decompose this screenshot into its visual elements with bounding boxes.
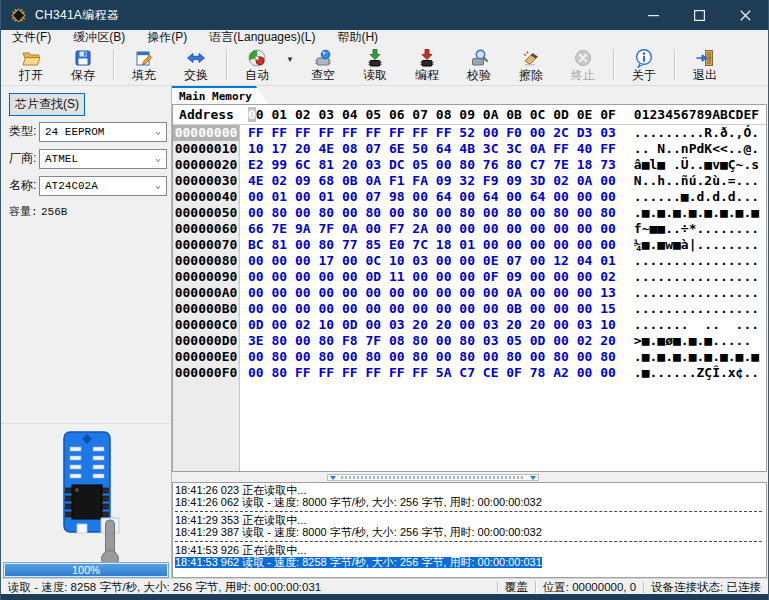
hex-row-ascii: ......■.d.d.d...: [634, 189, 759, 205]
hex-row-address: 00000050: [173, 205, 240, 221]
auto-dropdown-arrow[interactable]: ▼: [283, 46, 297, 84]
hex-row-address: 000000C0: [173, 317, 240, 333]
menu-file[interactable]: 文件(F): [1, 30, 62, 45]
hex-row-bytes[interactable]: 3E 80 00 80 F8 7F 08 80 00 80 03 05 0D 0…: [248, 333, 616, 349]
hex-row[interactable]: 000000D03E 80 00 80 F8 7F 08 80 00 80 03…: [173, 333, 766, 349]
splitter-handle[interactable]: [327, 474, 539, 481]
menu-language[interactable]: 语言(Languages)(L): [198, 30, 326, 45]
log-line[interactable]: 18:41:53 926 正在读取中...: [175, 545, 766, 557]
toolbar-separator: [613, 50, 614, 80]
verify-button[interactable]: 校验: [453, 46, 505, 84]
hex-row-bytes[interactable]: 00 01 00 01 00 07 98 00 64 00 64 00 64 0…: [248, 189, 616, 205]
hex-row-address: 00000060: [173, 221, 240, 237]
stop-label: 终止: [571, 69, 595, 82]
about-button[interactable]: 关于: [618, 46, 670, 84]
hex-row-bytes[interactable]: FF FF FF FF FF FF FF FF FF 52 00 F0 00 2…: [248, 125, 616, 141]
hex-row-bytes[interactable]: 66 7E 9A 7F 0A 00 F7 2A 00 00 00 00 00 0…: [248, 221, 616, 237]
auto-button[interactable]: 自动: [231, 46, 283, 84]
hex-row[interactable]: 0000006066 7E 9A 7F 0A 00 F7 2A 00 00 00…: [173, 221, 766, 237]
chip-name-label: 名称:: [9, 177, 41, 194]
hex-row-bytes[interactable]: 0D 00 02 10 0D 00 03 20 20 00 03 20 20 0…: [248, 317, 616, 333]
hex-row[interactable]: 0000008000 00 00 17 00 0C 10 03 00 00 0E…: [173, 253, 766, 269]
blank-check-button[interactable]: 查空: [297, 46, 349, 84]
hex-row[interactable]: 000000C00D 00 02 10 0D 00 03 20 20 00 03…: [173, 317, 766, 333]
hex-row-bytes[interactable]: 00 00 00 00 00 00 00 00 00 00 00 0B 00 0…: [248, 301, 616, 317]
stop-icon: [573, 48, 593, 68]
hex-row-bytes[interactable]: 00 80 00 80 00 80 00 80 00 80 00 80 00 8…: [248, 205, 616, 221]
swap-button[interactable]: 交换: [170, 46, 222, 84]
menu-help[interactable]: 帮助(H): [326, 30, 389, 45]
hex-row[interactable]: 0000009000 00 00 00 00 0D 11 00 00 00 0F…: [173, 269, 766, 285]
hex-row[interactable]: 0000004000 01 00 01 00 07 98 00 64 00 64…: [173, 189, 766, 205]
hex-rows: 00000000FF FF FF FF FF FF FF FF FF 52 00…: [173, 125, 766, 381]
hex-row[interactable]: 000000304E 02 09 68 0B 0A F1 FA 09 32 F9…: [173, 173, 766, 189]
sidebar-divider: [1, 423, 170, 424]
hex-row-bytes[interactable]: 4E 02 09 68 0B 0A F1 FA 09 32 F9 09 3D 0…: [248, 173, 616, 189]
menu-buffer[interactable]: 缓冲区(B): [62, 30, 136, 45]
hex-row-address: 00000010: [173, 141, 240, 157]
panel-splitter[interactable]: [172, 472, 767, 482]
log-line[interactable]: 18:41:26 062 读取 - 速度: 8000 字节/秒, 大小: 256…: [175, 497, 766, 509]
hex-row[interactable]: 000000F000 80 FF FF FF FF FF FF 5A C7 CE…: [173, 365, 766, 381]
hex-row[interactable]: 000000B000 00 00 00 00 00 00 00 00 00 00…: [173, 301, 766, 317]
open-button[interactable]: 打开: [5, 46, 57, 84]
hex-row-bytes[interactable]: E2 99 6C 81 20 03 DC 05 00 80 76 80 C7 7…: [248, 157, 616, 173]
hex-row-address: 00000020: [173, 157, 240, 173]
save-button[interactable]: 保存: [57, 46, 109, 84]
erase-button[interactable]: 擦除: [505, 46, 557, 84]
chip-type-select[interactable]: 24 EEPROM⌄: [39, 122, 167, 142]
save-floppy-icon: [73, 48, 93, 68]
exit-button[interactable]: 退出: [679, 46, 731, 84]
tab-main-memory[interactable]: Main Memory: [172, 86, 268, 104]
minimize-button[interactable]: [630, 0, 676, 30]
log-line[interactable]: 18:41:29 353 正在读取中...: [175, 515, 766, 527]
chip-vendor-select[interactable]: ATMEL⌄: [39, 149, 167, 169]
blank-check-icon: [313, 48, 333, 68]
hex-row[interactable]: 000000A000 00 00 00 00 00 00 00 00 00 00…: [173, 285, 766, 301]
menu-operation[interactable]: 操作(P): [136, 30, 198, 45]
hex-row[interactable]: 00000070BC 81 00 80 77 85 E0 7C 18 01 00…: [173, 237, 766, 253]
hex-row[interactable]: 0000005000 80 00 80 00 80 00 80 00 80 00…: [173, 205, 766, 221]
window-bottom-border: [1, 594, 768, 600]
swap-arrows-icon: [186, 48, 206, 68]
hex-row-bytes[interactable]: 10 17 20 4E 08 07 6E 50 64 4B 3C 3C 0A F…: [248, 141, 616, 157]
chevron-down-icon: ⌄: [155, 179, 161, 191]
hex-row-bytes[interactable]: 00 00 00 00 00 00 00 00 00 00 00 0A 00 0…: [248, 285, 616, 301]
status-bar: 读取 - 速度: 8258 字节/秒, 大小: 256 字节, 用时: 00:0…: [1, 578, 768, 594]
fill-button[interactable]: 填充: [118, 46, 170, 84]
log-line[interactable]: 18:41:26 023 正在读取中...: [175, 485, 766, 497]
toolbar-separator: [113, 50, 114, 80]
save-label: 保存: [71, 69, 95, 82]
chip-name-value: AT24C02A: [45, 180, 98, 192]
log-line[interactable]: 18:41:53 962 读取 - 速度: 8258 字节/秒, 大小: 256…: [175, 557, 766, 569]
program-button[interactable]: 编程: [401, 46, 453, 84]
chip-name-select[interactable]: AT24C02A⌄: [39, 176, 167, 196]
log-line-text: 18:41:53 926 正在读取中...: [175, 545, 306, 557]
chip-vendor-row: 厂商: ATMEL⌄: [9, 150, 41, 167]
hex-row[interactable]: 00000000FF FF FF FF FF FF FF FF FF 52 00…: [173, 125, 766, 141]
hex-row-bytes[interactable]: BC 81 00 80 77 85 E0 7C 18 01 00 00 00 0…: [248, 237, 616, 253]
hex-row-bytes[interactable]: 00 80 00 80 00 80 00 80 00 80 00 80 00 8…: [248, 349, 616, 365]
hex-row[interactable]: 0000001010 17 20 4E 08 07 6E 50 64 4B 3C…: [173, 141, 766, 157]
hex-editor[interactable]: Address00 01 02 03 04 05 06 07 08 09 0A …: [172, 104, 767, 472]
hex-row[interactable]: 00000020E2 99 6C 81 20 03 DC 05 00 80 76…: [173, 157, 766, 173]
find-chip-button[interactable]: 芯片查找(S): [9, 93, 85, 116]
read-button[interactable]: 读取: [349, 46, 401, 84]
log-panel[interactable]: 18:41:26 023 正在读取中... 18:41:26 062 读取 - …: [172, 482, 767, 578]
erase-label: 擦除: [519, 69, 543, 82]
hex-row-ascii: .■.■.■.■.■.■.■.■: [634, 205, 759, 221]
hex-row-ascii: .. N..nPdK<<..@.: [634, 141, 759, 157]
splitter-dots: [341, 476, 525, 479]
log-separator: [175, 538, 766, 545]
maximize-button[interactable]: [676, 0, 722, 30]
hex-row-bytes[interactable]: 00 00 00 17 00 0C 10 03 00 00 0E 07 00 1…: [248, 253, 616, 269]
blank-check-label: 查空: [311, 69, 335, 82]
hex-row-bytes[interactable]: 00 80 FF FF FF FF FF FF 5A C7 CE 0F 78 A…: [248, 365, 616, 381]
hex-row[interactable]: 000000E000 80 00 80 00 80 00 80 00 80 00…: [173, 349, 766, 365]
toolbar: 打开 保存 填充 交换 自动 ▼ 查空 读取 编程: [1, 45, 768, 86]
log-separator: [175, 508, 766, 515]
log-line[interactable]: 18:41:29 387 读取 - 速度: 8000 字节/秒, 大小: 256…: [175, 527, 766, 539]
hex-row-bytes[interactable]: 00 00 00 00 00 0D 11 00 00 00 0F 09 00 0…: [248, 269, 616, 285]
hex-row-ascii: f~■■..÷*........: [634, 221, 759, 237]
close-button[interactable]: [722, 0, 768, 30]
